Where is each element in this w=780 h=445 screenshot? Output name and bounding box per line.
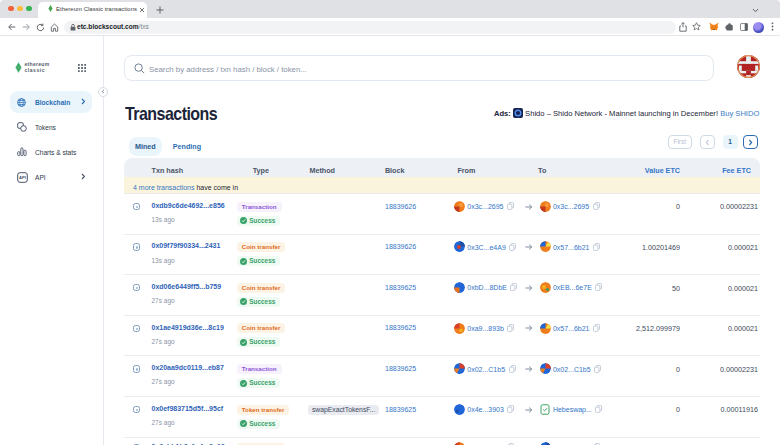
svg-text:API: API bbox=[19, 175, 26, 180]
